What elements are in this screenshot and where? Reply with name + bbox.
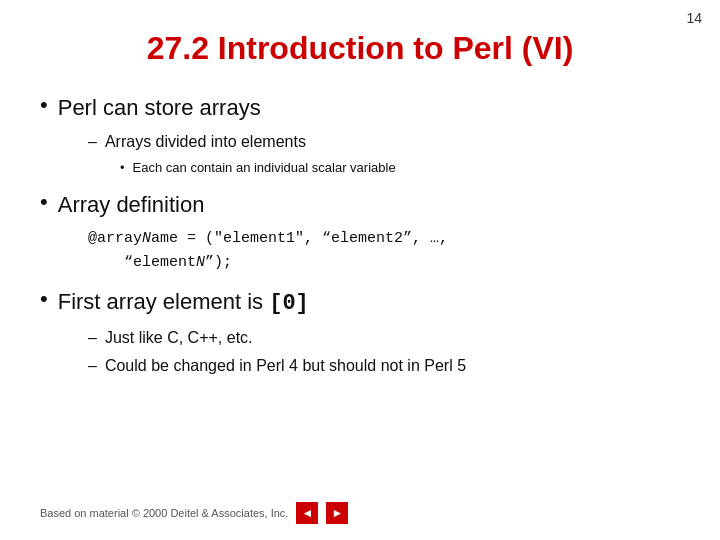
sub-text-3-2: Could be changed in Perl 4 but should no… bbox=[105, 354, 466, 378]
code-block-array-def: @arrayName = ("element1", “element2”, …,… bbox=[88, 227, 680, 275]
slide-title: 27.2 Introduction to Perl (VI) bbox=[40, 30, 680, 67]
slide: 14 27.2 Introduction to Perl (VI) • Perl… bbox=[0, 0, 720, 540]
sub-text-1: Arrays divided into elements bbox=[105, 130, 306, 154]
dash-3-1: – bbox=[88, 326, 97, 350]
code-line1: @arrayName = ("element1", “element2”, …, bbox=[88, 230, 448, 247]
sub-could-be-changed: – Could be changed in Perl 4 but should … bbox=[88, 354, 680, 378]
next-button[interactable]: ► bbox=[326, 502, 348, 524]
sub2-each-contain: • Each can contain an individual scalar … bbox=[120, 158, 680, 178]
bullet-perl-arrays: • Perl can store arrays bbox=[40, 91, 680, 124]
footer-copyright: Based on material © 2000 Deitel & Associ… bbox=[40, 507, 288, 519]
bullet-text-1: Perl can store arrays bbox=[58, 91, 261, 124]
dot2-1: • bbox=[120, 158, 125, 178]
bullet-dot-1: • bbox=[40, 88, 48, 121]
bullet-first-element: • First array element is [0] bbox=[40, 285, 680, 320]
sub-text-3-1: Just like C, C++, etc. bbox=[105, 326, 253, 350]
sub-arrays-divided: – Arrays divided into elements bbox=[88, 130, 680, 154]
bullet-array-definition: • Array definition bbox=[40, 188, 680, 221]
dash-3-2: – bbox=[88, 354, 97, 378]
bullet-text-2: Array definition bbox=[58, 188, 205, 221]
code-line2: “elementN”); bbox=[88, 254, 232, 271]
bullet-text-3-before: First array element is [0] bbox=[58, 285, 309, 320]
footer: Based on material © 2000 Deitel & Associ… bbox=[40, 502, 348, 524]
page-number: 14 bbox=[686, 10, 702, 26]
bullet-dot-2: • bbox=[40, 185, 48, 218]
sub-just-like-c: – Just like C, C++, etc. bbox=[88, 326, 680, 350]
dash-1: – bbox=[88, 130, 97, 154]
prev-button[interactable]: ◄ bbox=[296, 502, 318, 524]
content-area: • Perl can store arrays – Arrays divided… bbox=[40, 91, 680, 378]
sub2-text-1: Each can contain an individual scalar va… bbox=[133, 158, 396, 178]
bullet-dot-3: • bbox=[40, 282, 48, 315]
inline-code-zero: [0] bbox=[269, 291, 309, 316]
